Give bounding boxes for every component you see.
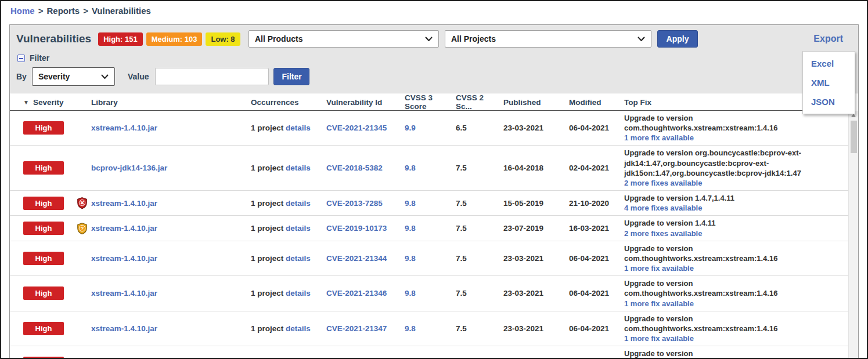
scrollbar-thumb[interactable] xyxy=(851,121,857,153)
vulnerabilities-report-screen: Home>Reports>Vulnerabilities Vulnerabili… xyxy=(0,0,868,359)
cve-link[interactable]: CVE-2019-10173 xyxy=(326,224,387,233)
column-header-vulnerability-id[interactable]: Vulnerability Id xyxy=(320,98,399,107)
severity-badge: High xyxy=(23,121,64,135)
library-link[interactable]: xstream-1.4.10.jar xyxy=(91,124,157,132)
table-body: High xstream-1.4.10.jar 1 project detail… xyxy=(10,111,848,359)
column-header-cvss2[interactable]: CVSS 2 Sc... xyxy=(450,93,498,111)
cve-link[interactable]: CVE-2021-21344 xyxy=(326,254,387,263)
cvss3-score-link[interactable]: 9.8 xyxy=(405,224,416,233)
details-link[interactable]: details xyxy=(286,124,311,132)
cvss3-score-link[interactable]: 9.8 xyxy=(405,324,416,333)
cvss3-score-link[interactable]: 9.8 xyxy=(405,289,416,298)
details-link[interactable]: details xyxy=(286,324,311,333)
vulnerabilities-table: ▼Severity Library Occurrences Vulnerabil… xyxy=(10,93,858,359)
occurrences-text: 1 project xyxy=(251,164,283,172)
filter-section-label: Filter xyxy=(30,53,49,63)
library-link[interactable]: xstream-1.4.10.jar xyxy=(91,199,157,208)
published-date: 23-03-2021 xyxy=(498,124,563,132)
column-header-severity[interactable]: ▼Severity xyxy=(16,98,85,107)
library-link[interactable]: xstream-1.4.10.jar xyxy=(91,324,157,333)
apply-button[interactable]: Apply xyxy=(657,30,698,48)
filter-by-label: By xyxy=(16,72,27,81)
filter-by-value: Severity xyxy=(38,72,70,81)
top-fix-text: Upgrade to version 1.4.11 xyxy=(624,218,846,228)
table-row: High xstream-1.4.10.jar 1 project detail… xyxy=(10,191,848,216)
breadcrumb: Home>Reports>Vulnerabilities xyxy=(1,1,867,20)
library-link[interactable]: bcprov-jdk14-136.jar xyxy=(91,164,167,172)
severity-badge: High xyxy=(23,357,64,359)
column-header-published[interactable]: Published xyxy=(498,98,563,107)
modified-date: 06-04-2021 xyxy=(563,324,618,333)
details-link[interactable]: details xyxy=(286,254,311,263)
projects-dropdown-value: All Projects xyxy=(451,34,496,43)
collapse-icon[interactable] xyxy=(17,55,25,62)
svg-text:?: ? xyxy=(81,225,84,231)
library-link[interactable]: xstream-1.4.10.jar xyxy=(91,224,157,233)
top-fix-text: Upgrade to version org.bouncycastle:bcpr… xyxy=(624,148,846,177)
page-title: Vulnerabilities xyxy=(16,32,91,45)
modified-date: 16-03-2021 xyxy=(563,224,618,233)
breadcrumb-separator: > xyxy=(83,6,88,16)
modified-date: 06-04-2021 xyxy=(563,289,618,298)
cvss3-score-link[interactable]: 9.8 xyxy=(405,254,416,263)
filter-value-label: Value xyxy=(128,72,149,81)
filter-value-input[interactable] xyxy=(155,68,269,85)
more-fixes-link[interactable]: 1 more fix available xyxy=(624,133,694,143)
cve-link[interactable]: CVE-2021-21345 xyxy=(326,124,387,132)
table-row: High xstream-1.4.10.jar 1 project detail… xyxy=(10,276,848,311)
library-link[interactable]: xstream-1.4.10.jar xyxy=(91,254,157,263)
cvss3-score-link[interactable]: 9.9 xyxy=(405,124,416,132)
details-link[interactable]: details xyxy=(286,199,311,208)
severity-badge: High xyxy=(23,161,64,175)
export-menu-item-excel[interactable]: Excel xyxy=(803,54,855,73)
more-fixes-link[interactable]: 1 more fix available xyxy=(624,299,694,309)
cve-link[interactable]: CVE-2021-21346 xyxy=(326,289,387,298)
column-header-library[interactable]: Library xyxy=(85,98,245,107)
breadcrumb-home-link[interactable]: Home xyxy=(10,6,35,16)
top-fix-text: Upgrade to version com.thoughtworks.xstr… xyxy=(624,113,846,133)
library-link[interactable]: xstream-1.4.10.jar xyxy=(91,289,157,298)
low-count-badge: Low: 8 xyxy=(206,32,240,46)
chevron-down-icon xyxy=(425,37,433,41)
export-link[interactable]: Export xyxy=(813,34,843,44)
more-fixes-link[interactable]: 1 more fix available xyxy=(624,263,694,273)
projects-dropdown[interactable]: All Projects xyxy=(445,30,651,48)
severity-count-badges: High: 151Medium: 103Low: 8 xyxy=(98,32,243,46)
cve-link[interactable]: CVE-2018-5382 xyxy=(326,164,383,172)
export-menu-item-json[interactable]: JSON xyxy=(803,92,855,111)
modified-date: 06-04-2021 xyxy=(563,124,618,132)
export-menu: Excel XML JSON xyxy=(802,51,855,114)
breadcrumb-reports[interactable]: Reports xyxy=(46,6,80,16)
occurrences-text: 1 project xyxy=(251,224,283,233)
details-link[interactable]: details xyxy=(286,224,311,233)
cve-link[interactable]: CVE-2013-7285 xyxy=(326,199,383,208)
more-fixes-link[interactable]: 2 more fixes available xyxy=(624,229,702,238)
export-menu-item-xml[interactable]: XML xyxy=(803,73,855,92)
more-fixes-link[interactable]: 2 more fixes available xyxy=(624,178,702,188)
cvss2-score: 7.5 xyxy=(450,199,498,208)
top-fix-text: Upgrade to version com.thoughtworks.xstr… xyxy=(624,314,846,333)
cvss3-score-link[interactable]: 9.8 xyxy=(405,199,416,208)
products-dropdown[interactable]: All Products xyxy=(248,30,439,48)
report-panel: Vulnerabilities High: 151Medium: 103Low:… xyxy=(9,24,859,359)
published-date: 16-04-2018 xyxy=(498,164,563,172)
details-link[interactable]: details xyxy=(286,289,311,298)
occurrences-text: 1 project xyxy=(251,289,283,298)
occurrences-text: 1 project xyxy=(251,324,283,333)
cvss3-score-link[interactable]: 9.8 xyxy=(405,164,416,172)
question-shield-icon: ? xyxy=(77,223,88,234)
column-header-occurrences[interactable]: Occurrences xyxy=(245,98,320,107)
error-shield-icon xyxy=(77,197,88,209)
filter-by-dropdown[interactable]: Severity xyxy=(32,67,115,86)
cve-link[interactable]: CVE-2021-21347 xyxy=(326,324,387,333)
occurrences-text: 1 project xyxy=(251,124,283,132)
details-link[interactable]: details xyxy=(286,164,311,172)
more-fixes-link[interactable]: 1 more fix available xyxy=(624,333,694,343)
column-header-modified[interactable]: Modified xyxy=(563,98,618,107)
column-header-cvss3[interactable]: CVSS 3 Score xyxy=(399,93,450,111)
medium-count-badge: Medium: 103 xyxy=(146,32,203,46)
cvss2-score: 6.5 xyxy=(450,124,498,132)
cvss2-score: 7.5 xyxy=(450,254,498,263)
more-fixes-link[interactable]: 4 more fixes available xyxy=(624,203,702,213)
filter-button[interactable]: Filter xyxy=(273,68,309,85)
